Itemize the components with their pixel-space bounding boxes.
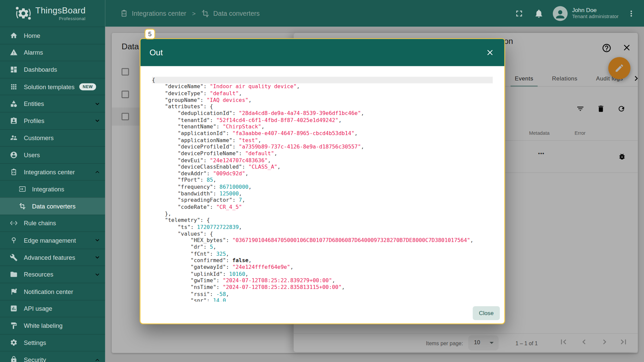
sidebar-item-advanced-features[interactable]: Advanced features <box>0 249 105 266</box>
code-line: "bandwidth": 125000, <box>152 190 493 197</box>
code-line: "deviceClassEnabled": "CLASS_A", <box>152 164 493 170</box>
sidebar-item-label: Entities <box>24 100 44 107</box>
sidebar-item-customers[interactable]: Customers <box>0 129 105 146</box>
sidebar-item-notification-center[interactable]: Notification center <box>0 283 105 300</box>
data-converters-icon <box>19 203 26 210</box>
sidebar-item-rule-chains[interactable]: Rule chains <box>0 215 105 232</box>
dialog-footer: Close <box>141 302 504 324</box>
sidebar-item-edge-management[interactable]: Edge management <box>0 232 105 249</box>
code-line: "gwTime": "2024-07-12T08:25:22.839279+00… <box>152 278 493 284</box>
code-line: "fPort": 85, <box>152 177 493 184</box>
sidebar-item-settings[interactable]: Settings <box>0 334 105 351</box>
sidebar-item-label: Alarms <box>24 49 43 56</box>
resources-icon <box>10 270 17 278</box>
code-line: "devAddr": "009dc92d", <box>152 170 493 177</box>
code-line: "ts": 1720772722839, <box>152 224 493 231</box>
data-converters-icon <box>201 9 209 17</box>
sidebar-item-api-usage[interactable]: API usage <box>0 300 105 317</box>
sidebar-item-dashboards[interactable]: Dashboards <box>0 61 105 78</box>
sidebar-item-label: Dashboards <box>24 66 57 73</box>
sidebar-item-home[interactable]: Home <box>0 27 105 44</box>
integrations-center-icon <box>10 168 17 176</box>
chevron-down-icon <box>94 117 101 124</box>
code-line: "dr": 5, <box>152 244 493 251</box>
code-line: "applicationId": "fa3aabbe-e407-4647-896… <box>152 130 493 137</box>
code-line: "deduplicationId": "28da4cd8-de9a-4a74-8… <box>152 110 493 117</box>
profiles-icon <box>10 117 17 125</box>
code-line: "snr": 14.0 <box>152 298 493 302</box>
code-line: "attributes": { <box>152 104 493 110</box>
app-logo[interactable]: ThingsBoard Professional <box>0 0 105 27</box>
json-output-editor[interactable]: { "deviceName": "Indoor air quality devi… <box>152 77 493 302</box>
rule-chains-icon <box>10 219 17 227</box>
sidebar-item-label: Profiles <box>24 117 44 124</box>
person-icon <box>554 8 567 20</box>
integrations-icon <box>19 186 26 193</box>
sidebar-item-label: Users <box>24 152 40 159</box>
settings-icon <box>10 339 17 347</box>
breadcrumb-integrations-center[interactable]: Integrations center <box>120 9 186 17</box>
step-badge: 5 <box>145 29 155 40</box>
sidebar-item-entities[interactable]: Entities <box>0 95 105 112</box>
home-icon <box>10 32 17 39</box>
alarms-icon <box>10 49 17 56</box>
code-line: "groupName": "IAQ devices", <box>152 97 493 104</box>
sidebar-item-label: Advanced features <box>24 254 75 261</box>
chevron-up-icon <box>94 168 101 176</box>
code-line: { <box>152 77 493 83</box>
sidebar-item-users[interactable]: Users <box>0 146 105 163</box>
fullscreen-icon[interactable] <box>514 8 524 18</box>
user-role: Tenant administrator <box>572 14 619 20</box>
breadcrumb-data-converters[interactable]: Data converters <box>201 9 260 17</box>
close-icon <box>485 48 494 57</box>
sidebar-item-label: Home <box>24 32 40 39</box>
sidebar-item-security[interactable]: Security <box>0 351 105 362</box>
sidebar-item-data-converters[interactable]: Data converters <box>0 197 105 215</box>
kebab-menu-icon[interactable] <box>627 9 636 18</box>
code-line: "confirmed": false, <box>152 257 493 264</box>
dialog-close-button[interactable] <box>485 48 495 57</box>
close-button[interactable]: Close <box>473 306 500 320</box>
brand-title: ThingsBoard <box>35 6 86 15</box>
chevron-up-icon <box>94 356 101 362</box>
code-line: }, <box>152 210 493 217</box>
sidebar-item-profiles[interactable]: Profiles <box>0 112 105 129</box>
code-line: "deviceName": "Indoor air quality device… <box>152 83 493 90</box>
code-line: "nsTime": "2024-07-12T08:25:22.835813115… <box>152 284 493 291</box>
sidebar-item-integrations-center[interactable]: Integrations center <box>0 163 105 180</box>
sidebar-item-alarms[interactable]: Alarms <box>0 44 105 61</box>
notification-center-icon <box>10 288 17 295</box>
sidebar-item-label: Solution templates <box>24 83 74 90</box>
entities-icon <box>10 100 17 108</box>
integrations-center-icon <box>120 9 128 17</box>
code-line: "devEui": "24e124707c483636", <box>152 157 493 164</box>
avatar[interactable] <box>553 6 568 21</box>
brand-subtitle: Professional <box>59 16 86 21</box>
users-icon <box>10 151 17 159</box>
sidebar-item-white-labeling[interactable]: White labeling <box>0 317 105 334</box>
api-usage-icon <box>10 305 17 312</box>
app-root: ThingsBoard Professional Home Alarms Das… <box>0 0 644 362</box>
sidebar: ThingsBoard Professional Home Alarms Das… <box>0 0 105 362</box>
sidebar-menu: Home Alarms Dashboards Solution template… <box>0 27 105 362</box>
sidebar-item-label: Data converters <box>32 203 76 210</box>
code-line: "gatewayId": "24e124fffef64e9e", <box>152 264 493 271</box>
code-line: "uplinkId": 10160, <box>152 271 493 278</box>
code-line: "values": { <box>152 231 493 237</box>
sidebar-item-resources[interactable]: Resources <box>0 266 105 283</box>
notifications-bell-icon[interactable] <box>534 8 544 18</box>
chevron-down-icon <box>94 271 101 278</box>
security-icon <box>10 356 17 362</box>
sidebar-item-label: Settings <box>24 339 46 346</box>
top-bar: Integrations center > Data converters Jo… <box>105 0 644 27</box>
dashboards-icon <box>10 66 17 73</box>
sidebar-item-label: Integrations center <box>24 169 75 176</box>
code-line: "deviceProfileName": "default", <box>152 150 493 157</box>
sidebar-item-integrations[interactable]: Integrations <box>0 180 105 197</box>
sidebar-item-label: Customers <box>24 134 54 141</box>
sidebar-item-solution-templates[interactable]: Solution templates NEW <box>0 78 105 95</box>
white-labeling-icon <box>10 322 17 329</box>
dialog-title: Out <box>150 48 163 57</box>
code-line: "spreadingFactor": 7, <box>152 197 493 204</box>
code-line: "deviceProfileId": "a7359b89-737c-4126-8… <box>152 144 493 150</box>
